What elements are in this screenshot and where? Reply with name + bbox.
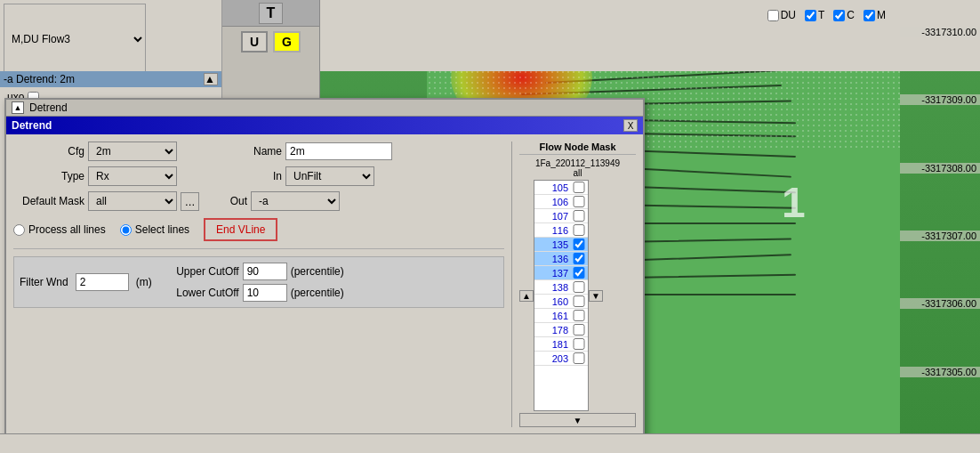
detrend-header: ▲ Detrend [6,100,643,117]
flow-node-checkbox[interactable] [572,281,586,293]
flow-node-scroll-bottom[interactable]: ▼ [519,413,636,427]
flow-node-scroll-up[interactable]: ▲ [519,290,534,302]
in-select[interactable]: UnFilt [285,166,374,186]
detrend-icon: ▲ [12,101,24,114]
flow-node-row[interactable]: 106 [534,195,588,209]
radio-row: Process all lines Select lines End VLine [13,218,504,241]
name-input[interactable] [285,142,392,160]
default-mask-select[interactable]: all [88,191,177,211]
flow-node-list[interactable]: 105106107116135136137138160161178181203 [534,180,589,411]
flow-node-checkbox[interactable] [572,196,586,207]
detrend-dialog: ▲ Detrend Detrend X Cfg 2m Name [4,98,645,453]
flow-node-row[interactable]: 138 [534,280,588,295]
status-bar [0,433,980,453]
flow-node-row[interactable]: 160 [534,295,588,309]
mask-options-button[interactable]: ... [181,192,199,211]
flow-node-id: 203 [536,353,572,364]
dialog-titlebar: Detrend X [6,117,643,134]
flow-node-row[interactable]: 105 [534,181,588,195]
flow-node-checkbox[interactable] [572,210,586,222]
mask-out-row: Default Mask all ... Out -a [13,191,504,211]
upper-cutoff-label: Upper CutOff [159,265,239,278]
end-vline-button[interactable]: End VLine [204,218,277,241]
out-select[interactable]: -a [251,191,340,211]
flow-node-row[interactable]: 203 [534,352,588,366]
cfg-name-row: Cfg 2m Name [13,142,504,161]
flow-node-checkbox[interactable] [572,182,586,193]
flow-node-id: 178 [536,325,572,336]
flow-node-checkbox[interactable] [572,310,586,321]
filter-wnd-label: Filter Wnd [20,276,68,288]
cfg-select[interactable]: 2m [88,142,177,161]
flow-node-selection-label: 1Fa_220112_113949 all [519,158,636,178]
radio-select-lines-label: Select lines [135,223,189,236]
radio-process-all[interactable]: Process all lines [13,223,106,236]
flow-node-row[interactable]: 135 [534,238,588,252]
dialog-form: Cfg 2m Name Type Rx In [13,142,504,427]
dialog-close-button[interactable]: X [623,119,638,132]
type-in-row: Type Rx In UnFilt [13,166,504,186]
upper-cutoff-row: Upper CutOff (percentile) [159,263,344,280]
flow-node-row[interactable]: 181 [534,337,588,352]
flow-node-id: 138 [536,282,572,293]
flow-node-checkbox[interactable] [572,324,586,336]
upper-cutoff-unit: (percentile) [291,265,344,278]
flow-node-id: 137 [536,268,572,279]
flow-node-row[interactable]: 137 [534,266,588,280]
flow-node-row[interactable]: 116 [534,223,588,238]
filter-section: Filter Wnd (m) Upper CutOff (percentile)… [13,256,504,308]
flow-node-checkbox[interactable] [572,239,586,250]
lower-cutoff-label: Lower CutOff [159,287,239,299]
in-label: In [237,170,282,182]
flow-node-id: 181 [536,339,572,350]
dialog-title: Detrend [12,119,52,132]
lower-cutoff-row: Lower CutOff (percentile) [159,284,344,302]
flow-node-id: 160 [536,296,572,307]
dialog-body: Cfg 2m Name Type Rx In [6,134,643,434]
name-label: Name [237,145,282,158]
flow-node-row[interactable]: 178 [534,323,588,337]
type-select[interactable]: Rx [88,166,177,186]
filter-wnd-input[interactable] [76,273,129,291]
flow-node-scroll-down[interactable]: ▼ [589,290,603,302]
lower-cutoff-input[interactable] [243,284,287,302]
flow-node-checkbox[interactable] [572,338,586,350]
cfg-label: Cfg [13,145,84,158]
flow-node-checkbox[interactable] [572,224,586,236]
filter-wnd-unit: (m) [136,276,152,288]
flow-node-checkbox[interactable] [572,267,586,279]
flow-node-row[interactable]: 136 [534,252,588,266]
flow-node-id: 161 [536,311,572,321]
lower-cutoff-unit: (percentile) [291,287,344,299]
flow-node-mask-panel: Flow Node Mask 1Fa_220112_113949 all ▲ 1… [511,142,636,427]
flow-node-id: 116 [536,225,572,236]
radio-process-all-label: Process all lines [28,223,106,236]
flow-node-checkbox[interactable] [572,352,586,364]
flow-node-id: 135 [536,239,572,250]
flow-node-row[interactable]: 107 [534,209,588,223]
flow-node-id: 106 [536,197,572,207]
upper-cutoff-input[interactable] [243,263,287,280]
radio-select-lines[interactable]: Select lines [120,223,189,236]
flow-node-row[interactable]: 161 [534,309,588,323]
flow-node-id: 107 [536,211,572,222]
cutoff-section: Upper CutOff (percentile) Lower CutOff (… [159,263,344,302]
flow-node-checkbox[interactable] [572,295,586,307]
type-label: Type [13,170,84,182]
flow-node-id: 136 [536,254,572,264]
out-label: Out [203,195,247,207]
flow-node-checkbox[interactable] [572,253,586,264]
detrend-header-title: Detrend [29,101,68,114]
flow-node-id: 105 [536,182,572,193]
radio-select-lines-input[interactable] [120,224,132,236]
default-mask-label: Default Mask [13,195,84,207]
radio-process-all-input[interactable] [13,224,25,236]
dialog-overlay: ▲ Detrend Detrend X Cfg 2m Name [0,0,980,453]
flow-node-mask-title: Flow Node Mask [519,142,636,155]
